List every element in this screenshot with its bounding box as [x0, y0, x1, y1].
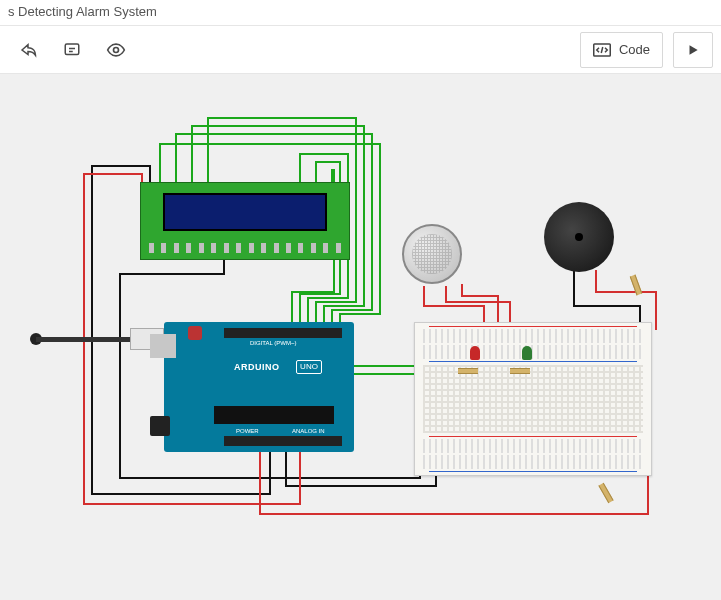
toolbar: Code	[0, 26, 721, 74]
play-icon	[686, 43, 700, 57]
gas-sensor-mesh	[412, 234, 452, 274]
breadboard-rail-top-pos[interactable]	[423, 329, 643, 343]
breadboard-rail-bot-pos[interactable]	[423, 439, 643, 453]
visibility-button[interactable]	[96, 32, 136, 68]
arduino-reset-button[interactable]	[188, 326, 202, 340]
messages-button[interactable]	[52, 32, 92, 68]
usb-cable-line	[36, 337, 132, 342]
arduino-brand-label: ARDUINO	[234, 362, 280, 372]
code-button[interactable]: Code	[580, 32, 663, 68]
arduino-power-label: POWER	[236, 428, 259, 434]
resistor-piezo[interactable]	[630, 275, 642, 296]
resistor-led-red[interactable]	[458, 368, 478, 374]
breadboard-rail-top-neg[interactable]	[423, 345, 643, 359]
share-icon	[19, 41, 37, 59]
breadboard[interactable]	[414, 322, 652, 476]
arduino-digital-label: DIGITAL (PWM~)	[250, 340, 297, 346]
piezo-buzzer[interactable]	[544, 202, 614, 272]
lcd-16x2[interactable]	[140, 182, 350, 260]
arduino-uno[interactable]: ARDUINO UNO DIGITAL (PWM~) POWER ANALOG …	[164, 322, 354, 452]
lcd-pin-header	[149, 243, 341, 255]
breadboard-rail-bot-neg[interactable]	[423, 455, 643, 469]
gas-sensor[interactable]	[402, 224, 462, 284]
usb-cable[interactable]	[36, 324, 164, 354]
arduino-power-analog-header[interactable]	[224, 436, 342, 446]
led-red[interactable]	[470, 346, 480, 360]
arduino-mcu-chip	[214, 406, 334, 424]
lcd-screen	[163, 193, 327, 231]
piezo-hole	[575, 233, 583, 241]
breadboard-terminal-grid[interactable]	[423, 365, 643, 433]
led-green[interactable]	[522, 346, 532, 360]
svg-point-1	[114, 47, 119, 52]
resistor-bottom-right[interactable]	[598, 483, 613, 503]
arduino-usb-port	[150, 334, 176, 358]
share-button[interactable]	[8, 32, 48, 68]
arduino-model-label: UNO	[296, 360, 322, 374]
code-button-label: Code	[619, 42, 650, 57]
message-icon	[63, 41, 81, 59]
project-title: s Detecting Alarm System	[0, 0, 721, 26]
visibility-icon	[106, 40, 126, 60]
arduino-digital-header[interactable]	[224, 328, 342, 338]
code-brackets-icon	[593, 43, 611, 57]
circuit-canvas[interactable]: ARDUINO UNO DIGITAL (PWM~) POWER ANALOG …	[0, 74, 721, 600]
arduino-analog-label: ANALOG IN	[292, 428, 325, 434]
arduino-barrel-jack	[150, 416, 170, 436]
resistor-led-green[interactable]	[510, 368, 530, 374]
start-simulation-button[interactable]	[673, 32, 713, 68]
